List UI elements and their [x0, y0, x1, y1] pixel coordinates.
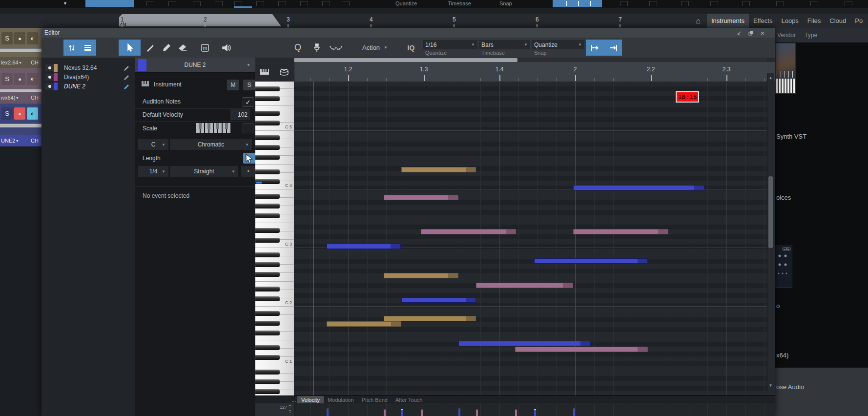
black-key[interactable] [255, 355, 280, 360]
scale-checkbox[interactable] [243, 124, 253, 133]
black-key[interactable] [255, 370, 280, 374]
black-key[interactable] [255, 389, 280, 394]
midi-note[interactable] [573, 185, 704, 190]
quantize-value-dropdown[interactable]: 1/16▼ [423, 40, 477, 49]
home-icon[interactable]: ⌂ [689, 14, 707, 28]
monitor-button[interactable]: ◐ [27, 73, 38, 85]
solo-button[interactable]: S [243, 80, 255, 90]
arrange-track[interactable]: S●◐UNE2▾CH [0, 104, 41, 147]
length-mode-dropdown[interactable]: Straight▼ [170, 166, 238, 177]
velocity-bar[interactable] [476, 410, 478, 416]
black-key[interactable] [255, 111, 280, 116]
editor-track-row[interactable]: Diva(x64) [41, 73, 135, 82]
velocity-bar[interactable] [401, 409, 403, 416]
black-key[interactable] [255, 272, 280, 277]
browser-item-text[interactable]: o [776, 302, 780, 310]
edit-pencil-icon[interactable] [124, 65, 130, 71]
arrange-track[interactable]: S●◐lex2.64▾CH [0, 28, 41, 69]
midi-note[interactable] [384, 273, 458, 278]
scale-type-dropdown[interactable]: Chromatic▼ [170, 139, 252, 150]
black-key[interactable] [255, 169, 280, 174]
piano-roll-hscrollbar[interactable] [294, 58, 767, 62]
black-key[interactable] [255, 379, 280, 384]
edit-pencil-icon[interactable] [124, 74, 130, 81]
track-name-row[interactable]: lex2.64▾CH [0, 57, 41, 68]
track-fader-strip[interactable] [0, 124, 41, 127]
midi-note[interactable] [458, 341, 591, 346]
length-value-dropdown[interactable]: 1/4▼ [138, 166, 168, 177]
browser-tab-files[interactable]: Files [803, 14, 825, 28]
browser-sort-header[interactable]: Vendor Type [775, 28, 868, 42]
monitor-button[interactable]: ◐ [27, 32, 38, 44]
black-key[interactable] [255, 228, 280, 233]
track-name-row[interactable]: ivx64)▾CH [0, 92, 41, 103]
root-note-dropdown[interactable]: C▼ [138, 139, 168, 150]
black-key[interactable] [255, 252, 280, 257]
midi-note[interactable] [573, 229, 668, 234]
trim-end-button[interactable] [604, 40, 622, 56]
browser-item-text[interactable]: ose Audio [776, 383, 804, 391]
listen-tool-button[interactable] [217, 40, 235, 56]
black-key[interactable] [255, 86, 280, 91]
velocity-bar[interactable] [327, 409, 329, 416]
detach-icon[interactable]: ↙ [735, 29, 744, 37]
marker-tool-button[interactable] [553, 0, 602, 7]
browser-tab-cloud[interactable]: Cloud [825, 14, 850, 28]
black-key[interactable] [255, 287, 280, 291]
midi-note[interactable] [401, 167, 476, 172]
velocity-bar[interactable] [515, 410, 517, 416]
plugin-thumbnail[interactable]: u-he [775, 246, 792, 288]
browser-item-text[interactable]: oices [776, 194, 791, 201]
scroll-down-icon[interactable]: ▼ [767, 382, 774, 389]
track-name-row[interactable]: UNE2▾CH [0, 135, 41, 146]
track-visible-toggle[interactable] [45, 74, 54, 81]
black-key[interactable] [255, 204, 280, 208]
editor-track-row[interactable]: DUNE 2 [41, 82, 135, 91]
vendor-column-header[interactable]: Vendor [777, 32, 796, 39]
black-key[interactable] [255, 96, 280, 101]
lane-more-button[interactable]: ... [290, 396, 297, 404]
browser-tab-effects[interactable]: Effects [749, 14, 777, 28]
piano-roll-ruler[interactable]: 1.21.31.422.22.3 [255, 62, 775, 82]
browser-item-text[interactable]: x64) [776, 352, 788, 359]
editor-track-row[interactable]: Nexus 32.64 [41, 63, 135, 73]
snap-mode-dropdown[interactable]: Quantize▼ [532, 40, 584, 49]
black-key[interactable] [255, 321, 280, 326]
quantize-q-button[interactable]: Q [291, 40, 304, 56]
keyboard-view-icon[interactable] [260, 69, 269, 75]
track-list-button[interactable] [80, 40, 96, 56]
lane-tab-velocity[interactable]: Velocity [297, 396, 324, 404]
black-key[interactable] [255, 262, 280, 267]
hscrollbar-thumb[interactable] [294, 58, 517, 62]
scroll-up-icon[interactable]: ▲ [767, 74, 774, 81]
audition-notes-checkbox[interactable]: ✓ [243, 97, 253, 107]
piano-roll-grid[interactable]: 18:15 [294, 82, 767, 395]
midi-note[interactable] [515, 347, 648, 352]
velocity-bar[interactable] [421, 410, 423, 416]
solo-button[interactable]: S [1, 32, 13, 44]
scale-keyboard-widget[interactable] [196, 123, 232, 134]
black-key[interactable] [255, 331, 280, 335]
pencil-tool-button[interactable] [159, 40, 174, 56]
curve-tool-icon[interactable] [327, 40, 345, 56]
arrange-timeline-ruler[interactable]: 4/4 1234567 [0, 14, 689, 28]
close-icon[interactable]: × [758, 29, 767, 37]
velocity-bar[interactable] [573, 409, 575, 416]
track-fader-strip[interactable] [0, 48, 41, 52]
black-key[interactable] [255, 213, 280, 218]
browser-tab-instruments[interactable]: Instruments [707, 14, 749, 28]
browser-item-text[interactable]: Synth VST [776, 133, 806, 140]
record-arm-button[interactable]: ● [14, 32, 25, 44]
mute-button[interactable]: M [227, 80, 239, 90]
velocity-bar[interactable] [384, 410, 386, 416]
midi-note[interactable] [384, 195, 458, 200]
lane-tab-pitch-bend[interactable]: Pitch Bend [358, 396, 392, 404]
dotted-length-button[interactable]: • [241, 166, 255, 177]
arrange-track[interactable]: S●◐ivx64)▾CH [0, 68, 41, 104]
midi-note[interactable] [401, 297, 476, 303]
paint-tool-button[interactable] [143, 40, 158, 56]
black-key[interactable] [255, 238, 280, 243]
type-column-header[interactable]: Type [805, 32, 817, 39]
black-key[interactable] [255, 311, 280, 316]
black-key[interactable] [255, 345, 280, 350]
